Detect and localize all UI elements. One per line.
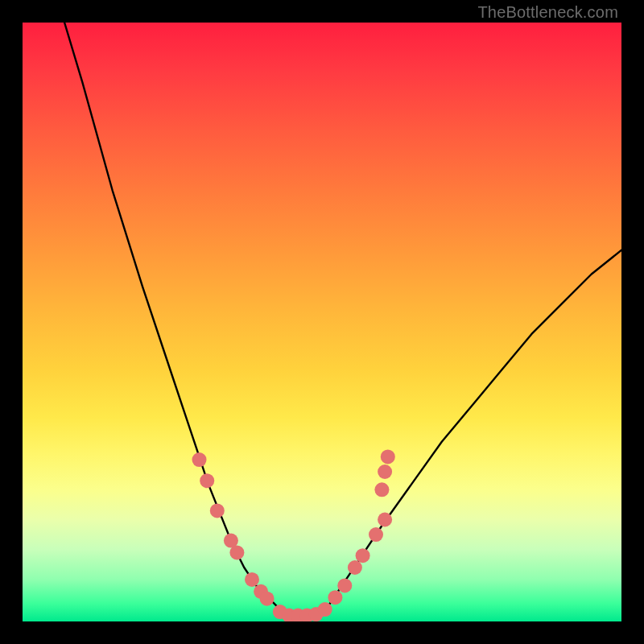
bottleneck-curve-line — [64, 23, 621, 616]
data-point-marker — [374, 482, 389, 497]
watermark-text: TheBottleneck.com — [477, 3, 618, 22]
data-point-marker — [210, 503, 225, 518]
data-point-marker — [192, 452, 207, 467]
data-point-marker — [328, 590, 342, 605]
chart-frame: TheBottleneck.com — [0, 0, 644, 644]
data-point-marker — [369, 527, 383, 542]
chart-svg — [23, 23, 621, 621]
data-point-marker — [260, 592, 275, 606]
data-point-marker — [378, 464, 392, 479]
highlighted-points-group — [192, 449, 395, 621]
data-point-marker — [318, 602, 332, 617]
data-point-marker — [378, 513, 392, 527]
data-point-marker — [245, 572, 259, 587]
data-point-marker — [200, 473, 214, 488]
data-point-marker — [348, 560, 362, 575]
data-point-marker — [337, 578, 352, 592]
plot-area — [23, 23, 621, 621]
data-point-marker — [356, 548, 370, 563]
data-point-marker — [381, 449, 395, 464]
data-point-marker — [229, 545, 244, 559]
